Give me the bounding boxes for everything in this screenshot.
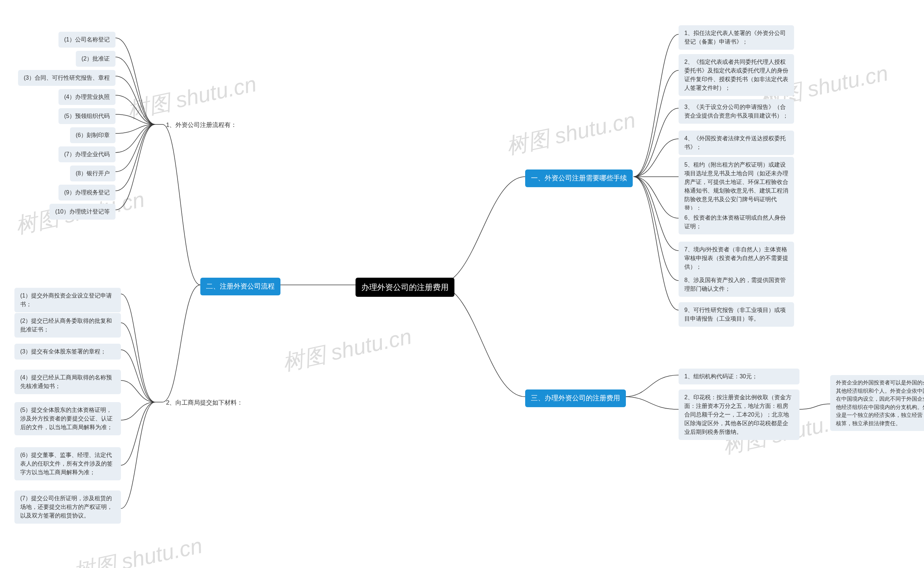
s2-sub2-item-1: (1）提交外商投资企业设立登记申请书； — [14, 288, 121, 312]
s1-item-9: 9、可行性研究报告（非工业项目）或项目申请报告（工业项目）等。 — [679, 302, 794, 327]
watermark: 树图 shutu.cn — [125, 69, 259, 125]
s2-sub1-item-1: (1）公司名称登记 — [59, 32, 115, 48]
s3-extra: 外资企业的外国投资者可以是外国的企业、其他经济组织和个人。外资企业依中国法律在中… — [830, 375, 924, 431]
watermark: 树图 shutu.cn — [280, 322, 414, 378]
s2-sub1-item-9: (9）办理税务登记 — [59, 185, 115, 201]
s1-item-4: 4、《外国投资者法律文件送达授权委托书》； — [679, 131, 794, 155]
s1-item-5: 5、租约（附出租方的产权证明）或建设项目选址意见书及土地合同（如还未办理房产证，… — [679, 157, 794, 216]
s2-sub1-item-8: (8）银行开户 — [70, 166, 115, 181]
s2-sub1-item-7: (7）办理企业代码 — [59, 147, 115, 162]
s2-sub2-item-2: (2）提交已经从商务委取得的批复和批准证书； — [14, 313, 121, 338]
s2-sub1-item-10: (10）办理统计登记等 — [50, 204, 115, 220]
s2-sub1-item-4: (4）办理营业执照 — [59, 89, 115, 105]
s2-sub2-item-6: (6）提交董事、监事、经理、法定代表人的任职文件，所有文件涉及的签字方以当地工商… — [14, 447, 121, 480]
s1-item-6: 6、投资者的主体资格证明或自然人身份证明； — [679, 210, 794, 234]
s2-sub1-item-6: (6）刻制印章 — [70, 127, 115, 143]
s3-item-2: 2、印花税：按注册资金比例收取（资金方面：注册资本万分之五，地址方面：租房合同总… — [679, 390, 800, 440]
s2-sub1-item-5: (5）预领组织代码 — [59, 108, 115, 124]
section-3-title: 三、办理外资公司的注册费用 — [525, 390, 626, 407]
s1-item-3: 3、《关于设立分公司的申请报告》（合资企业提供合资意向书及项目建议书）； — [679, 99, 794, 124]
s2-sub1-label: 1、外资公司注册流程有： — [166, 121, 237, 129]
s2-sub1-item-2: (2）批准证 — [76, 51, 115, 67]
watermark: 树图 shutu.cn — [71, 531, 205, 568]
s1-item-7: 7、境内/外投资者（非自然人）主体资格审核申报表（投资者为自然人的不需要提供）； — [679, 242, 794, 275]
section-2-title: 二、注册外资公司流程 — [200, 278, 280, 295]
s1-item-8: 8、涉及国有资产投入的，需提供国资管理部门确认文件； — [679, 272, 794, 297]
s3-item-1: 1、组织机构代码证：30元； — [679, 369, 800, 384]
s1-item-2: 2、《指定代表或者共同委托代理人授权委托书》及指定代表或委托代理人的身份证件复印… — [679, 54, 794, 96]
s2-sub2-item-4: (4）提交已经从工商局取得的名称预先核准通知书； — [14, 370, 121, 394]
mindmap-root: 办理外资公司的注册费用 — [356, 278, 454, 297]
s2-sub2-item-7: (7）提交公司住所证明，涉及租赁的场地，还要提交出租方的产权证明，以及双方签署的… — [14, 491, 121, 524]
s2-sub1-item-3: (3）合同、可行性研究报告、章程 — [18, 70, 115, 86]
watermark: 树图 shutu.cn — [504, 106, 638, 162]
section-1-title: 一、外资公司注册需要哪些手续 — [525, 169, 633, 187]
s1-item-1: 1、拟任法定代表人签署的《外资分公司登记（备案）申请书》； — [679, 25, 794, 50]
s2-sub2-item-3: (3）提交有全体股东签署的章程； — [14, 344, 121, 360]
s2-sub2-item-5: (5）提交全体股东的主体资格证明，涉及外方投资者的要提交公证、认证后的文件，以当… — [14, 402, 121, 435]
s2-sub2-label: 2、向工商局提交如下材料： — [166, 399, 243, 407]
